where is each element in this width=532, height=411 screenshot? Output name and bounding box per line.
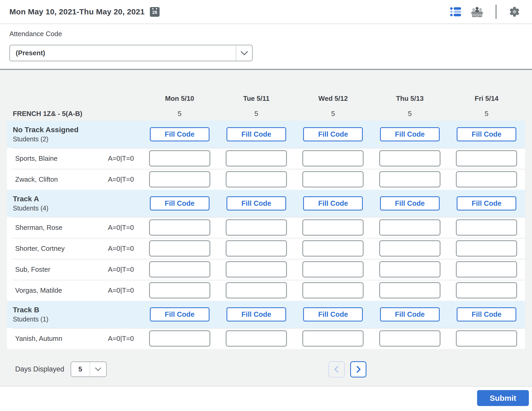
attendance-code-input[interactable] (149, 150, 210, 166)
attendance-code-input[interactable] (149, 171, 210, 187)
attendance-code-input[interactable] (379, 261, 440, 277)
attendance-code-input[interactable] (302, 219, 364, 236)
attendance-input-cell (448, 282, 525, 298)
attendance-code-input[interactable] (379, 171, 440, 187)
calendar-icon-rings (152, 8, 157, 9)
group-name: Track B (13, 305, 141, 315)
fill-code-button[interactable]: Fill Code (150, 307, 210, 321)
attendance-code-input[interactable] (149, 330, 210, 347)
attendance-code-input[interactable] (379, 150, 440, 166)
attendance-table-body: No Track AssignedStudents (2)Fill CodeFi… (7, 121, 525, 349)
top-bar-actions (449, 5, 522, 19)
attendance-code-input[interactable] (226, 261, 287, 277)
attendance-code-input[interactable] (149, 282, 210, 298)
attendance-input-cell (448, 261, 525, 277)
attendance-code-input[interactable] (149, 261, 210, 277)
attendance-input-cell (218, 330, 295, 347)
attendance-code-input[interactable] (456, 282, 517, 298)
period-number: 5 (141, 110, 218, 118)
student-absence-tally: A=0|T=0 (108, 154, 134, 163)
attendance-code-select[interactable]: (Present) (9, 45, 253, 61)
fill-code-button[interactable]: Fill Code (380, 196, 440, 210)
attendance-input-cell (448, 171, 525, 187)
attendance-code-input[interactable] (149, 219, 210, 236)
attendance-code-input[interactable] (149, 240, 210, 257)
submit-button[interactable]: Submit (477, 390, 529, 406)
attendance-input-cell (371, 261, 448, 277)
previous-days-button[interactable] (329, 361, 345, 377)
fill-code-button[interactable]: Fill Code (303, 307, 363, 321)
attendance-code-input[interactable] (456, 150, 517, 166)
fill-code-button[interactable]: Fill Code (227, 127, 286, 141)
student-name: Zwack, Clifton (15, 175, 58, 184)
period-number: 5 (448, 110, 525, 118)
day-column-header: Wed 5/12 (295, 95, 371, 103)
day-column-header: Fri 5/14 (448, 95, 525, 103)
attendance-code-input[interactable] (379, 282, 440, 298)
fill-code-button[interactable]: Fill Code (457, 127, 516, 141)
attendance-code-input[interactable] (456, 261, 517, 277)
chevron-down-icon (90, 362, 106, 376)
fill-code-cell: Fill Code (448, 196, 525, 210)
attendance-input-cell (218, 171, 295, 187)
list-view-button[interactable] (449, 6, 462, 18)
attendance-code-input[interactable] (302, 240, 364, 257)
student-label-cell: Shorter, CortneyA=0|T=0 (7, 245, 141, 253)
fill-code-button[interactable]: Fill Code (150, 196, 210, 210)
date-range-title: Mon May 10, 2021-Thu May 20, 2021 (9, 7, 145, 16)
fill-code-button[interactable]: Fill Code (457, 307, 516, 321)
pagination (329, 361, 366, 377)
class-row: FRENCH 1Z& - 5(A-B) 55555 (7, 107, 525, 121)
student-absence-tally: A=0|T=0 (108, 265, 134, 274)
attendance-input-cell (448, 219, 525, 236)
group-student-count: Students (2) (13, 135, 141, 144)
fill-code-button[interactable]: Fill Code (303, 127, 363, 141)
attendance-code-input[interactable] (456, 171, 517, 187)
attendance-code-input[interactable] (456, 330, 517, 347)
attendance-code-input[interactable] (302, 330, 364, 347)
attendance-code-input[interactable] (226, 219, 287, 236)
fill-code-button[interactable]: Fill Code (303, 196, 363, 210)
fill-code-button[interactable]: Fill Code (457, 196, 516, 210)
attendance-code-input[interactable] (226, 171, 287, 187)
settings-button[interactable] (507, 5, 522, 19)
attendance-code-input[interactable] (379, 219, 440, 236)
group-label: Track AStudents (4) (7, 194, 141, 213)
student-row: Zwack, CliftonA=0|T=0 (7, 169, 525, 190)
student-name: Yanish, Autumn (15, 335, 62, 343)
student-label-cell: Zwack, CliftonA=0|T=0 (7, 175, 141, 184)
fill-code-cell: Fill Code (371, 307, 448, 321)
attendance-code-input[interactable] (379, 330, 440, 347)
attendance-input-cell (448, 240, 525, 257)
attendance-code-input[interactable] (302, 171, 364, 187)
attendance-code-input[interactable] (302, 150, 364, 166)
attendance-code-input[interactable] (226, 282, 287, 298)
next-days-button[interactable] (350, 361, 366, 377)
group-header-row: No Track AssignedStudents (2)Fill CodeFi… (7, 121, 525, 148)
attendance-code-input[interactable] (226, 240, 287, 257)
fill-code-cell: Fill Code (448, 127, 525, 141)
day-column-header: Mon 5/10 (141, 95, 218, 103)
attendance-code-input[interactable] (302, 282, 364, 298)
attendance-code-input[interactable] (379, 240, 440, 257)
attendance-code-input[interactable] (456, 219, 517, 236)
fill-code-button[interactable]: Fill Code (380, 127, 440, 141)
period-number: 5 (295, 110, 371, 118)
fill-code-button[interactable]: Fill Code (380, 307, 440, 321)
days-displayed-select[interactable]: 5 (71, 362, 107, 377)
attendance-input-cell (295, 219, 371, 236)
attendance-code-input[interactable] (302, 261, 364, 277)
fill-code-cell: Fill Code (371, 196, 448, 210)
student-absence-tally: A=0|T=0 (108, 175, 134, 184)
calendar-icon[interactable]: 28 (150, 7, 160, 17)
fill-code-button[interactable]: Fill Code (227, 196, 286, 210)
seating-chart-button[interactable] (469, 5, 485, 18)
fill-code-button[interactable]: Fill Code (227, 307, 286, 321)
settings-gear-icon (508, 6, 520, 18)
attendance-code-input[interactable] (226, 330, 287, 347)
student-row: Sports, BlaineA=0|T=0 (7, 148, 525, 169)
attendance-input-cell (371, 282, 448, 298)
fill-code-button[interactable]: Fill Code (150, 127, 210, 141)
attendance-code-input[interactable] (456, 240, 517, 257)
attendance-code-input[interactable] (226, 150, 287, 166)
